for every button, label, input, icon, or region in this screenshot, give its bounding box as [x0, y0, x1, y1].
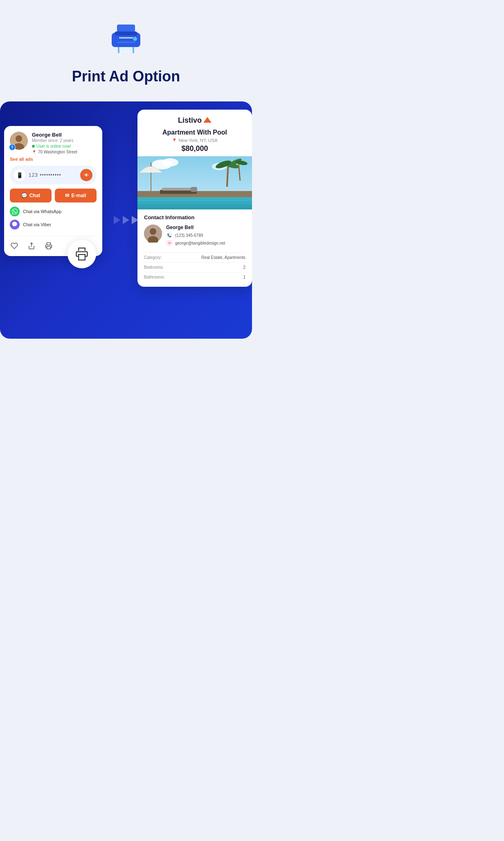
reveal-phone-button[interactable]: 👁 [80, 169, 92, 181]
blue-section: f George Bell Member since: 2 years User… [0, 101, 252, 339]
chat-icon: 💬 [21, 193, 27, 198]
bedrooms-value: 2 [243, 265, 245, 270]
listing-location-text: New York, NY, USA [178, 138, 217, 143]
phone-info-icon: 📞 [166, 232, 173, 238]
arrow-2 [123, 216, 129, 224]
listivo-text: Listivo [178, 116, 202, 125]
listing-title: Apartment With Pool [137, 129, 252, 138]
left-card: f George Bell Member since: 2 years User… [4, 126, 102, 256]
online-status: User is online now! [32, 144, 97, 148]
contact-details: George Bell 📞 (123) 345-6789 ✉ george@ta… [166, 225, 245, 247]
svg-rect-13 [79, 254, 85, 260]
online-text: User is online now! [36, 144, 71, 148]
share-button[interactable] [27, 241, 36, 250]
contact-name: George Bell [166, 225, 245, 230]
contact-avatar [144, 225, 162, 243]
svg-rect-4 [119, 37, 133, 38]
top-section: Print Ad Option [0, 0, 252, 101]
svg-point-6 [133, 37, 137, 41]
print-circle-button[interactable] [68, 240, 96, 268]
detail-row-category: Category: Real Estate, Apartments [144, 252, 245, 262]
svg-rect-29 [162, 188, 195, 191]
whatsapp-svg [12, 209, 18, 214]
favorite-button[interactable] [10, 241, 19, 250]
pool-scene [137, 156, 252, 209]
right-card: Listivo Apartment With Pool 📍 New York, … [137, 110, 252, 287]
contact-phone-item: 📞 (123) 345-6789 [166, 232, 245, 238]
contact-section-title: Contact Information [144, 214, 245, 220]
listivo-logo: Listivo [178, 116, 212, 125]
arrow-1 [114, 216, 120, 224]
chat-label: Chat [29, 193, 40, 198]
phone-row: 📱 123 •••••••••• 👁 [10, 166, 97, 184]
bottom-pad [0, 339, 252, 371]
listing-image [137, 156, 252, 209]
printer-icon [106, 18, 146, 55]
svg-rect-30 [191, 187, 197, 192]
contact-person-row: George Bell 📞 (123) 345-6789 ✉ george@ta… [144, 225, 245, 247]
location-icon-small: 📍 [32, 150, 36, 154]
contact-section: Contact Information George Bell 📞 (123) … [137, 209, 252, 287]
viber-option[interactable]: Chat via Viber [10, 220, 97, 229]
phone-number: 123 •••••••••• [29, 172, 77, 178]
location-row: 📍 70 Washington Street [32, 150, 97, 154]
category-value: Real Estate, Apartments [201, 255, 245, 260]
whatsapp-icon [10, 207, 20, 216]
listivo-arrow-icon [203, 117, 212, 124]
print-button[interactable] [44, 241, 53, 250]
location-pin-icon: 📍 [172, 138, 177, 143]
user-name: George Bell [32, 132, 97, 138]
online-dot [32, 145, 35, 148]
category-label: Category: [144, 255, 162, 260]
location-text: 70 Washington Street [38, 150, 77, 154]
pool-scene-svg [137, 156, 252, 209]
arrows-decoration [114, 216, 138, 224]
viber-svg [12, 222, 18, 227]
detail-row-bathrooms: Bathrooms: 1 [144, 272, 245, 282]
viber-icon [10, 220, 20, 229]
svg-point-9 [16, 135, 22, 142]
whatsapp-option[interactable]: Chat via WhatsApp [10, 207, 97, 216]
svg-rect-1 [119, 46, 133, 54]
listing-price: $80,000 [137, 144, 252, 156]
messaging-options: Chat via WhatsApp Chat via Viber [10, 207, 97, 229]
email-button[interactable]: ✉ E-mail [55, 189, 97, 202]
user-info-row: f George Bell Member since: 2 years User… [10, 132, 97, 154]
bathrooms-label: Bathrooms: [144, 275, 165, 279]
phone-icon: 📱 [14, 169, 25, 181]
print-circle-icon [74, 247, 89, 261]
svg-rect-7 [117, 42, 135, 43]
bathrooms-value: 1 [243, 275, 245, 279]
member-since: Member since: 2 years [32, 138, 97, 143]
facebook-badge: f [9, 144, 16, 151]
details-table: Category: Real Estate, Apartments Bedroo… [144, 252, 245, 282]
see-all-ads-link[interactable]: See all ads [10, 157, 97, 162]
svg-rect-5 [115, 31, 137, 36]
arrow-svg [203, 117, 212, 123]
email-icon: ✉ [65, 193, 69, 198]
svg-point-35 [150, 228, 156, 235]
contact-phone: (123) 345-6789 [175, 233, 203, 238]
contact-email: george@tangibledesign.net [175, 241, 225, 245]
heart-icon [11, 242, 18, 250]
contact-email-item: ✉ george@tangibledesign.net [166, 240, 245, 246]
listing-location: 📍 New York, NY, USA [137, 138, 252, 144]
eye-icon: 👁 [84, 172, 89, 178]
viber-label: Chat via Viber [23, 222, 51, 227]
email-info-icon: ✉ [166, 240, 173, 246]
share-icon [28, 242, 35, 250]
main-title: Print Ad Option [72, 68, 180, 85]
detail-row-bedrooms: Bedrooms: 2 [144, 262, 245, 272]
bedrooms-label: Bedrooms: [144, 265, 164, 270]
right-card-header: Listivo [137, 110, 252, 129]
chat-button[interactable]: 💬 Chat [10, 189, 52, 202]
whatsapp-label: Chat via WhatsApp [23, 209, 61, 214]
svg-point-17 [162, 158, 178, 166]
contact-avatar-image [144, 225, 162, 243]
avatar-wrap: f [10, 132, 28, 150]
email-label: E-mail [71, 193, 86, 198]
svg-marker-14 [203, 117, 212, 123]
action-buttons: 💬 Chat ✉ E-mail [10, 189, 97, 202]
print-icon [45, 242, 52, 250]
svg-rect-12 [47, 247, 51, 249]
